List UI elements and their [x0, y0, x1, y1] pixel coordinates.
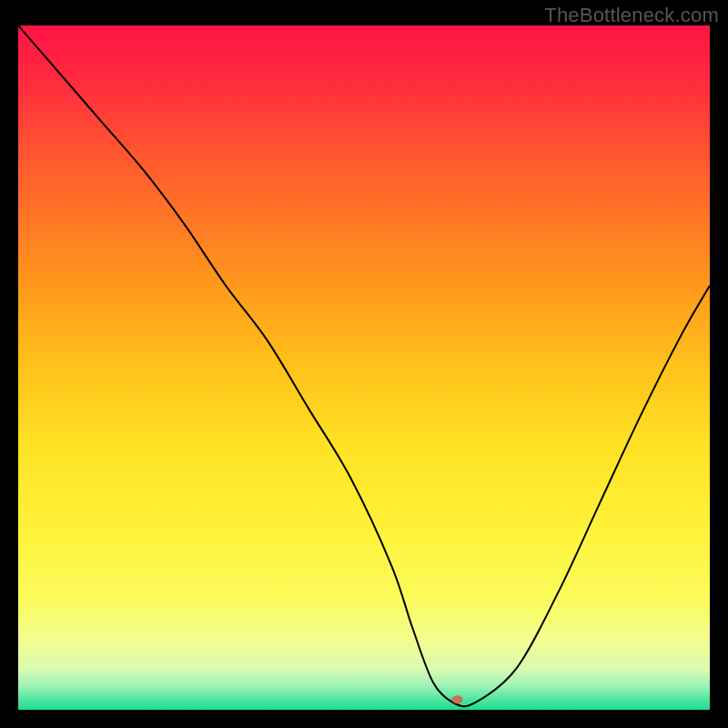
minimum-marker	[452, 695, 463, 703]
gradient-background	[18, 25, 710, 710]
bottleneck-chart	[18, 25, 710, 710]
chart-svg	[18, 25, 710, 710]
chart-stage: TheBottleneck.com	[0, 0, 728, 728]
watermark-text: TheBottleneck.com	[544, 4, 719, 27]
